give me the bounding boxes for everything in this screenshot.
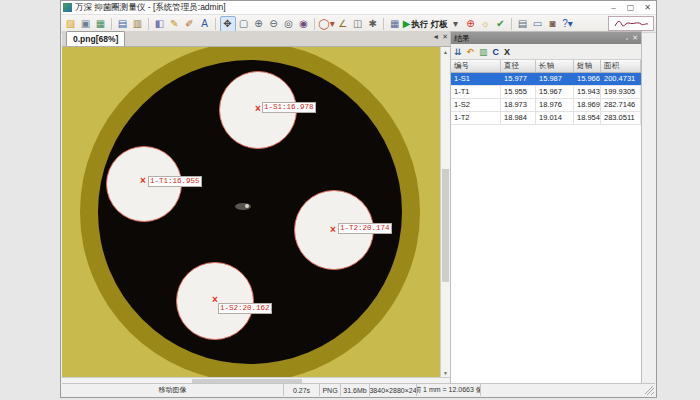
snapshot-icon[interactable]: ◙: [545, 17, 559, 31]
cell-major-axis: 15.967: [536, 86, 574, 98]
vertical-scroll-thumb[interactable]: [442, 169, 449, 282]
results-panel: 结果 ▫ ✕ ⇊↶▥CX 编号 直径 长轴 短轴 面积 1-S1 15.977 …: [450, 31, 642, 386]
minimize-button[interactable]: –: [605, 2, 622, 14]
measure-line-icon[interactable]: ∠: [336, 17, 350, 31]
apply-check-icon[interactable]: ✔: [493, 17, 507, 31]
resize-grip[interactable]: [645, 386, 654, 395]
app-window: 万深 抑菌圈测量仪 - [系统管理员:admin] – ▢ ✕ ▨▣▦▤▥◧✎✐…: [60, 0, 657, 398]
color-picker-icon[interactable]: ◉: [297, 17, 311, 31]
acquire-image-icon[interactable]: ▦: [94, 17, 108, 31]
cell-minor-axis: 18.969: [574, 99, 601, 111]
help-icon[interactable]: ?▾: [560, 17, 574, 31]
status-time: 0.27s: [284, 384, 320, 396]
monitor-icon[interactable]: ▭: [530, 17, 544, 31]
cell-minor-axis: 15.943: [574, 86, 601, 98]
tab-image[interactable]: 0.png[68%]: [66, 31, 125, 46]
calibrate-icon[interactable]: ✱: [366, 17, 380, 31]
zone-center-mark: ×: [255, 103, 261, 114]
chart-icon[interactable]: ▥: [479, 47, 488, 57]
zoom-in-icon[interactable]: ⊕: [252, 17, 266, 31]
cell-area: 200.4731: [601, 73, 641, 85]
status-filler: [481, 384, 645, 396]
pencil-tool-icon[interactable]: ✎: [168, 17, 182, 31]
save-icon[interactable]: ▤: [116, 17, 130, 31]
zone-label-1-T1: 1-T1:16.955: [148, 176, 202, 187]
cell-id: 1-T2: [451, 112, 501, 124]
pin-icon[interactable]: ▫: [626, 35, 628, 42]
zone-center-mark: ×: [140, 175, 146, 186]
col-header-diameter[interactable]: 直径: [501, 60, 536, 72]
tab-scroll-left-icon[interactable]: ◄: [432, 33, 439, 41]
toolbar-separator: [383, 18, 384, 30]
cell-diameter: 18.984: [501, 112, 536, 124]
add-target-icon[interactable]: ⊕: [463, 17, 477, 31]
table-row[interactable]: 1-S1 15.977 15.987 15.966 200.4731: [451, 73, 641, 86]
close-button[interactable]: ✕: [639, 2, 656, 14]
export-results-icon[interactable]: ⇊: [454, 47, 462, 57]
cell-major-axis: 19.014: [536, 112, 574, 124]
cell-major-axis: 15.987: [536, 73, 574, 85]
grid-icon[interactable]: ▦: [388, 17, 402, 31]
cell-diameter: 18.973: [501, 99, 536, 111]
zoom-out-icon[interactable]: ⊖: [267, 17, 281, 31]
cell-area: 282.7146: [601, 99, 641, 111]
maximize-button[interactable]: ▢: [622, 2, 639, 14]
status-hint: 移动图像: [62, 384, 284, 396]
toolbar-separator: [511, 18, 512, 30]
brand-logo: [608, 16, 654, 31]
results-table-header: 编号 直径 长轴 短轴 面积: [451, 60, 641, 73]
zone-label-1-T2: 1-T2:20.174: [338, 223, 392, 234]
undo-icon[interactable]: ↶: [467, 47, 475, 57]
open-folder-icon[interactable]: ▨: [64, 17, 78, 31]
hand-tool-icon[interactable]: ✥: [220, 16, 236, 32]
results-panel-header: 结果 ▫ ✕: [451, 32, 641, 44]
light-panel-button[interactable]: 灯板: [429, 17, 447, 31]
print-icon[interactable]: ▤: [515, 17, 529, 31]
vertical-scrollbar[interactable]: ▲ ▼: [440, 47, 450, 377]
run-button[interactable]: ▶执行: [403, 17, 429, 31]
document-area: 0.png[68%] ◄ ✕ × × × × 1-S1:16.978 1-T: [62, 31, 450, 386]
cell-id: 1-T1: [451, 86, 501, 98]
measure-circle-icon[interactable]: ◯▾: [319, 17, 335, 31]
scroll-down-icon[interactable]: ▼: [441, 368, 450, 377]
report-icon[interactable]: ▥: [131, 17, 145, 31]
cell-minor-axis: 15.966: [574, 73, 601, 85]
dropdown-caret-icon[interactable]: ▾: [448, 17, 462, 31]
col-header-id[interactable]: 编号: [451, 60, 501, 72]
delete-result-button[interactable]: X: [504, 47, 510, 57]
col-header-area[interactable]: 面积: [601, 60, 641, 72]
image-canvas[interactable]: × × × × 1-S1:16.978 1-T1:16.955 1-T2:20.…: [62, 47, 441, 377]
scroll-up-icon[interactable]: ▲: [441, 47, 450, 56]
status-calibration: 当前 1 mm = 12.0663 像素: [417, 384, 481, 396]
cell-diameter: 15.955: [501, 86, 536, 98]
zoom-fit-icon[interactable]: ◎: [282, 17, 296, 31]
col-header-major-axis[interactable]: 长轴: [536, 60, 574, 72]
results-toolbar: ⇊↶▥CX: [451, 44, 641, 60]
select-region-icon[interactable]: ▢: [237, 17, 251, 31]
table-row[interactable]: 1-T1 15.955 15.967 15.943 199.9305: [451, 86, 641, 99]
col-header-minor-axis[interactable]: 短轴: [574, 60, 601, 72]
zone-label-1-S1: 1-S1:16.978: [262, 102, 316, 113]
cell-area: 199.9305: [601, 86, 641, 98]
window-title: 万深 抑菌圈测量仪 - [系统管理员:admin]: [75, 2, 226, 14]
eraser-icon[interactable]: ◫: [351, 17, 365, 31]
text-tool-icon[interactable]: A: [198, 17, 212, 31]
tab-close-icon[interactable]: ✕: [442, 33, 448, 41]
bulb-icon[interactable]: ☼: [478, 17, 492, 31]
status-bar: 移动图像 0.27s PNG 31.6Mb 3840×2880×24 当前 1 …: [62, 383, 655, 396]
zone-center-mark: ×: [330, 224, 336, 235]
status-dimensions: 3840×2880×24: [370, 384, 417, 396]
brand-logo-signature: [613, 19, 649, 29]
image-adjust-icon[interactable]: ◧: [153, 17, 167, 31]
camera-source-icon[interactable]: ▣: [79, 17, 93, 31]
cell-major-axis: 18.976: [536, 99, 574, 111]
table-row[interactable]: 1-S2 18.973 18.976 18.969 282.7146: [451, 99, 641, 112]
status-filesize: 31.6Mb: [341, 384, 370, 396]
title-bar: 万深 抑菌圈测量仪 - [系统管理员:admin] – ▢ ✕: [61, 1, 656, 15]
toolbar-separator: [314, 18, 315, 30]
panel-close-icon[interactable]: ✕: [632, 34, 638, 42]
pen-tool-icon[interactable]: ✐: [183, 17, 197, 31]
table-row[interactable]: 1-T2 18.984 19.014 18.954 283.0511: [451, 112, 641, 125]
cell-minor-axis: 18.954: [574, 112, 601, 124]
clear-results-button[interactable]: C: [493, 47, 500, 57]
